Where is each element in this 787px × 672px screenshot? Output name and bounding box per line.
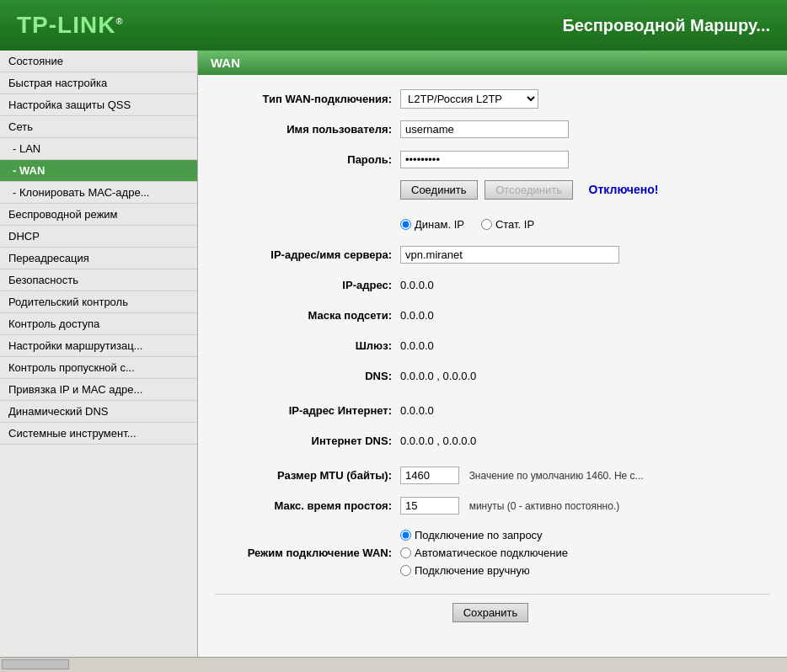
sidebar: СостояниеБыстрая настройкаНастройка защи… — [0, 51, 198, 657]
mtu-hint: Значение по умолчанию 1460. Не с... — [469, 470, 644, 482]
idle-hint: минуты (0 - активно постоянно.) — [469, 500, 620, 512]
sidebar-item-wireless[interactable]: Беспроводной режим — [0, 204, 197, 226]
ip-value: 0.0.0.0 — [400, 279, 770, 291]
gateway-value: 0.0.0.0 — [400, 339, 770, 352]
subnet-row: Маска подсети: 0.0.0.0 — [215, 304, 770, 326]
wan-type-label: Тип WAN-подключения: — [215, 93, 400, 105]
page-title: WAN — [198, 51, 787, 75]
password-input[interactable] — [400, 151, 569, 168]
sidebar-item-security[interactable]: Безопасность — [0, 269, 197, 291]
wan-mode-option1-label[interactable]: Подключение по запросу — [400, 529, 770, 541]
wan-mode-option2-label[interactable]: Автоматическое подключение — [400, 547, 770, 559]
wan-mode-radio2[interactable] — [400, 547, 411, 558]
sidebar-item-network[interactable]: Сеть — [0, 116, 197, 138]
wan-type-row: Тип WAN-подключения: L2TP/Россия L2TP PP… — [215, 88, 770, 109]
sidebar-item-mac-clone[interactable]: - Клонировать МАС-адре... — [0, 182, 197, 204]
idle-input[interactable] — [400, 497, 459, 515]
sidebar-item-quick-setup[interactable]: Быстрая настройка — [0, 72, 197, 94]
gateway-row: Шлюз: 0.0.0.0 — [215, 334, 770, 356]
internet-ip-label: IP-адрес Интернет: — [215, 404, 400, 417]
internet-dns-label: Интернет DNS: — [215, 435, 400, 447]
sidebar-item-access[interactable]: Контроль доступа — [0, 313, 197, 335]
ip-mode-group: Динам. IP Стат. IP — [400, 218, 770, 231]
wan-mode-option2-text: Автоматическое подключение — [415, 547, 568, 559]
sidebar-item-ip-mac[interactable]: Привязка IP и МАС адре... — [0, 379, 197, 401]
subnet-value: 0.0.0.0 — [400, 309, 770, 322]
logo: TP-LINK® — [17, 12, 124, 39]
static-ip-label: Стат. IP — [495, 218, 534, 231]
sidebar-item-bandwidth[interactable]: Контроль пропускной с... — [0, 357, 197, 379]
sidebar-item-ddns[interactable]: Динамический DNS — [0, 401, 197, 423]
save-button[interactable]: Сохранить — [452, 603, 529, 622]
wan-mode-option3-label[interactable]: Подключение вручную — [400, 564, 770, 577]
server-row: IP-адрес/имя сервера: — [215, 243, 770, 265]
server-label: IP-адрес/имя сервера: — [215, 248, 400, 261]
mtu-input[interactable] — [400, 467, 459, 484]
password-label: Пароль: — [215, 153, 400, 166]
internet-dns-value: 0.0.0.0 , 0.0.0.0 — [400, 435, 770, 447]
sidebar-item-status[interactable]: Состояние — [0, 51, 197, 72]
logo-reg: ® — [115, 16, 123, 26]
sidebar-item-forwarding[interactable]: Переадресация — [0, 248, 197, 269]
form-content: Тип WAN-подключения: L2TP/Россия L2TP PP… — [198, 75, 787, 635]
main-content: WAN Тип WAN-подключения: L2TP/Россия L2T… — [198, 51, 787, 657]
wan-mode-label: Режим подключение WAN: — [215, 547, 400, 559]
mtu-row: Размер MTU (байты): Значение по умолчани… — [215, 464, 770, 486]
internet-ip-row: IP-адрес Интернет: 0.0.0.0 — [215, 399, 770, 421]
dynamic-ip-radio-label[interactable]: Динам. IP — [400, 218, 464, 231]
save-row: Сохранить — [215, 594, 770, 622]
sidebar-item-routing[interactable]: Настройки маршрутизац... — [0, 335, 197, 357]
logo-text: TP-LINK — [17, 12, 115, 38]
main-layout: СостояниеБыстрая настройкаНастройка защи… — [0, 51, 787, 657]
connect-button[interactable]: Соединить — [400, 180, 478, 200]
sidebar-item-dhcp[interactable]: DHCP — [0, 226, 197, 248]
internet-ip-value: 0.0.0.0 — [400, 404, 770, 417]
password-row: Пароль: — [215, 148, 770, 170]
wan-type-value: L2TP/Россия L2TP PPPoE/Россия PPPoE PPTP… — [400, 89, 770, 109]
dynamic-ip-label: Динам. IP — [415, 218, 464, 231]
sidebar-item-lan[interactable]: - LAN — [0, 138, 197, 160]
ip-mode-row: Динам. IP Стат. IP — [215, 213, 770, 235]
wan-type-select[interactable]: L2TP/Россия L2TP PPPoE/Россия PPPoE PPTP… — [400, 89, 538, 109]
connect-row: Соединить Отсоединить Отключено! — [215, 179, 770, 200]
wan-mode-option3-text: Подключение вручную — [415, 564, 530, 577]
scrollbar-bottom[interactable] — [0, 657, 787, 670]
username-label: Имя пользователя: — [215, 123, 400, 136]
static-ip-radio-label[interactable]: Стат. IP — [481, 218, 534, 231]
username-input[interactable] — [400, 120, 569, 138]
wan-mode-radio3[interactable] — [400, 565, 411, 576]
idle-row: Макс. время простоя: минуты (0 - активно… — [215, 494, 770, 516]
header: TP-LINK® Беспроводной Маршру... — [0, 0, 787, 51]
ip-row: IP-адрес: 0.0.0.0 — [215, 274, 770, 296]
username-row: Имя пользователя: — [215, 118, 770, 140]
sidebar-item-wan[interactable]: - WAN — [0, 160, 197, 182]
wan-mode-group: Подключение по запросу Автоматическое по… — [400, 529, 770, 577]
dns-value: 0.0.0.0 , 0.0.0.0 — [400, 370, 770, 382]
sidebar-item-qss[interactable]: Настройка защиты QSS — [0, 94, 197, 116]
gateway-label: Шлюз: — [215, 339, 400, 352]
server-input[interactable] — [400, 246, 619, 264]
wan-mode-row: Режим подключение WAN: Подключение по за… — [215, 529, 770, 577]
scrollbar-thumb[interactable] — [2, 659, 69, 669]
status-badge: Отключено! — [589, 183, 659, 196]
header-title: Беспроводной Маршру... — [562, 16, 770, 35]
sidebar-item-parental[interactable]: Родительский контроль — [0, 291, 197, 313]
internet-dns-row: Интернет DNS: 0.0.0.0 , 0.0.0.0 — [215, 429, 770, 451]
sidebar-item-tools[interactable]: Системные инструмент... — [0, 423, 197, 445]
subnet-label: Маска подсети: — [215, 309, 400, 322]
dns-row: DNS: 0.0.0.0 , 0.0.0.0 — [215, 365, 770, 387]
idle-label: Макс. время простоя: — [215, 499, 400, 512]
ip-label: IP-адрес: — [215, 279, 400, 291]
dynamic-ip-radio[interactable] — [400, 219, 411, 230]
wan-mode-radio1[interactable] — [400, 530, 411, 541]
dns-label: DNS: — [215, 370, 400, 382]
disconnect-button[interactable]: Отсоединить — [485, 180, 573, 200]
mtu-label: Размер MTU (байты): — [215, 469, 400, 482]
wan-mode-option1-text: Подключение по запросу — [415, 529, 543, 541]
static-ip-radio[interactable] — [481, 219, 492, 230]
